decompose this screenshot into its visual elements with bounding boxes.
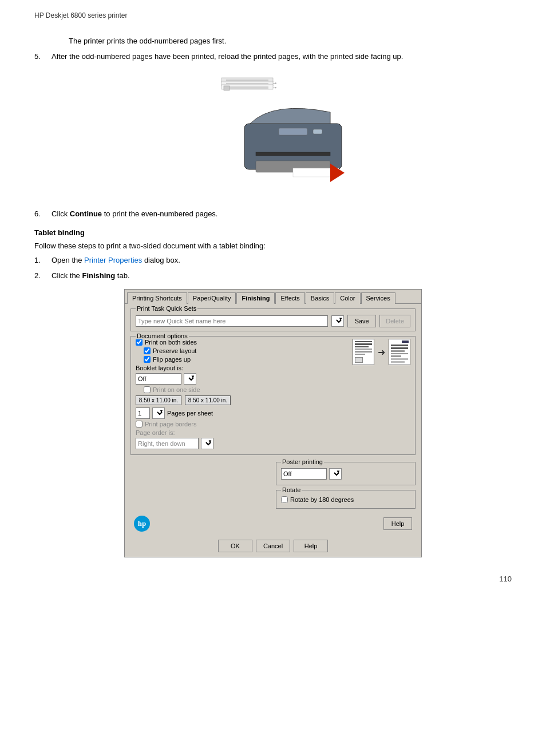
tab-finishing[interactable]: Finishing <box>236 292 275 304</box>
print-page-borders-row: Print page borders <box>136 421 347 428</box>
rotate-180-checkbox[interactable] <box>281 496 288 503</box>
size-badges: 8.50 x 11.00 in. 8.50 x 11.00 in. <box>136 395 347 405</box>
booklet-select-wrapper <box>184 373 196 385</box>
document-options-layout: Print on both sides Preserve layout Flip… <box>136 339 410 451</box>
print-one-side-label: Print on one side <box>153 386 200 393</box>
dialog-footer-row: hp Help <box>130 513 416 535</box>
size-badge-2: 8.50 x 11.00 in. <box>185 395 231 405</box>
booklet-value-input[interactable] <box>136 373 181 385</box>
booklet-layout-row: Booklet layout is: <box>136 365 347 371</box>
flip-pages-up-label: Flip pages up <box>153 356 191 363</box>
page-order-row: Page order is: <box>136 429 347 436</box>
print-one-side-row: Print on one side <box>144 386 347 393</box>
preview-right <box>389 339 410 365</box>
page-order-label: Page order is: <box>136 429 175 436</box>
pages-per-sheet-input[interactable] <box>136 407 150 419</box>
booklet-select[interactable] <box>184 373 196 385</box>
pages-per-sheet-select[interactable] <box>152 407 165 419</box>
quick-sets-content: Save Delete <box>136 315 410 327</box>
page-header: HP Deskjet 6800 series printer <box>34 11 512 19</box>
header-title: HP Deskjet 6800 series printer <box>34 11 128 19</box>
rotate-180-row: Rotate by 180 degrees <box>281 496 410 503</box>
page-order-select-wrapper <box>201 438 213 449</box>
intro-text: The printer prints the odd-numbered page… <box>69 37 512 45</box>
rotate-label: Rotate <box>281 486 302 493</box>
poster-select[interactable] <box>329 468 342 480</box>
lower-right: Poster printing Rotate <box>276 460 416 513</box>
page-order-input[interactable] <box>136 438 199 449</box>
tab-effects[interactable]: Effects <box>275 292 304 304</box>
print-one-side-checkbox[interactable] <box>144 386 151 393</box>
preview-icons: ➜ <box>353 339 410 365</box>
tab-printing-shortcuts[interactable]: Printing Shortcuts <box>127 292 187 304</box>
step-6: 6. Click Continue to print the even-numb… <box>34 209 512 218</box>
svg-rect-13 <box>313 129 322 134</box>
preserve-layout-checkbox[interactable] <box>144 347 151 354</box>
lower-left <box>130 460 270 513</box>
print-both-sides-row: Print on both sides <box>136 339 347 346</box>
help-button[interactable]: Help <box>294 540 328 552</box>
step-5: 5. After the odd-numbered pages have bee… <box>34 52 512 61</box>
print-page-borders-checkbox[interactable] <box>136 421 143 428</box>
poster-value-input[interactable] <box>281 468 327 480</box>
poster-select-wrapper <box>329 468 342 480</box>
size-badge-1: 8.50 x 11.00 in. <box>136 395 181 405</box>
page-order-select[interactable] <box>201 438 213 449</box>
save-button[interactable]: Save <box>347 315 376 327</box>
quick-sets-select[interactable] <box>331 315 344 327</box>
dialog-tabs: Printing Shortcuts Paper/Quality Finishi… <box>125 290 421 304</box>
finishing-dialog: Printing Shortcuts Paper/Quality Finishi… <box>124 289 422 557</box>
poster-printing-group: Poster printing <box>276 462 416 485</box>
pages-per-sheet-label: Pages per sheet <box>167 410 213 417</box>
quick-sets-input[interactable] <box>136 315 328 327</box>
page-order-select-row <box>136 438 347 449</box>
follow-text: Follow these steps to print a two-sided … <box>34 242 512 250</box>
ok-button[interactable]: OK <box>218 540 252 552</box>
print-both-sides-label: Print on both sides <box>145 339 197 346</box>
tablet-step-2: 2. Click the Finishing tab. <box>34 271 512 280</box>
tab-basics[interactable]: Basics <box>306 292 334 304</box>
tablet-step-1-num: 1. <box>34 256 52 264</box>
booklet-layout-label: Booklet layout is: <box>136 365 183 371</box>
tablet-step-1-text: Open the Printer Properties dialog box. <box>52 256 512 264</box>
doc-options-left: Print on both sides Preserve layout Flip… <box>136 339 347 451</box>
printer-illustration: → → <box>199 72 347 198</box>
quick-sets-group: Print Task Quick Sets Save Delete <box>130 308 416 331</box>
cancel-button[interactable]: Cancel <box>256 540 290 552</box>
hp-logo: hp <box>134 516 150 532</box>
delete-button[interactable]: Delete <box>379 315 410 327</box>
tablet-step-2-text: Click the Finishing tab. <box>52 271 512 280</box>
preview-left <box>353 339 374 365</box>
page-number: 110 <box>34 575 512 583</box>
pages-per-sheet-select-wrapper <box>152 407 165 419</box>
flip-pages-up-checkbox[interactable] <box>144 356 151 363</box>
tab-paper-quality[interactable]: Paper/Quality <box>188 292 236 304</box>
dialog-body: Print Task Quick Sets Save Delete Docume… <box>125 304 421 540</box>
document-options-label: Document options <box>136 333 189 339</box>
step-5-num: 5. <box>34 52 52 61</box>
preserve-layout-row: Preserve layout <box>144 347 347 354</box>
poster-value-row <box>281 468 410 480</box>
pages-per-sheet-row: Pages per sheet <box>136 407 347 419</box>
tablet-step-1: 1. Open the Printer Properties dialog bo… <box>34 256 512 264</box>
rotate-180-label: Rotate by 180 degrees <box>290 496 354 503</box>
dialog-bottom-buttons: OK Cancel Help <box>125 540 421 557</box>
step-6-num: 6. <box>34 209 52 218</box>
preserve-layout-label: Preserve layout <box>153 347 196 354</box>
tablet-binding-heading: Tablet binding <box>34 228 512 237</box>
rotate-group: Rotate Rotate by 180 degrees <box>276 490 416 509</box>
tab-color[interactable]: Color <box>335 292 360 304</box>
poster-printing-content <box>281 468 410 480</box>
flip-pages-up-row: Flip pages up <box>144 356 347 363</box>
print-both-sides-checkbox[interactable] <box>136 339 143 346</box>
lower-section: Poster printing Rotate <box>130 460 416 513</box>
print-page-borders-label: Print page borders <box>145 421 197 428</box>
step-5-text: After the odd-numbered pages have been p… <box>52 52 512 61</box>
quick-sets-select-wrapper <box>331 315 344 327</box>
document-options-group: Document options Print on both sides Pre… <box>130 336 416 455</box>
tab-services[interactable]: Services <box>361 292 395 304</box>
help-right-button[interactable]: Help <box>383 517 412 530</box>
svg-rect-16 <box>256 152 330 156</box>
arrow-icon: ➜ <box>378 347 385 358</box>
poster-printing-label: Poster printing <box>281 458 324 465</box>
